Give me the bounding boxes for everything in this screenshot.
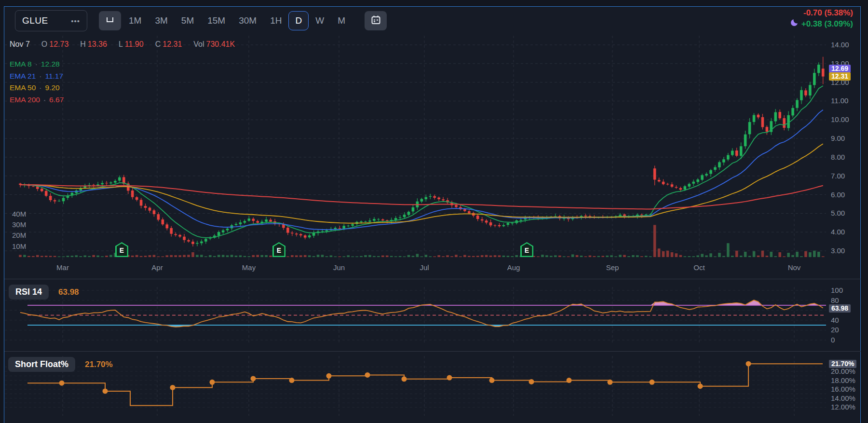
- price-tick-label: 14.00: [831, 41, 849, 49]
- open-value: 12.73: [49, 40, 68, 49]
- interval-button-5m[interactable]: 5M: [175, 11, 201, 30]
- calendar-button[interactable]: [365, 11, 387, 30]
- interval-button-30m[interactable]: 30M: [232, 11, 263, 30]
- indicator-legend: EMA 8·12.28EMA 21·11.17EMA 50·9.20EMA 20…: [10, 58, 64, 106]
- volume-tick-label: 10M: [12, 242, 26, 250]
- price-tick-label: 10.00: [831, 115, 849, 123]
- high-value: 13.36: [88, 40, 107, 49]
- indicator-row[interactable]: EMA 21·11.17: [10, 70, 64, 82]
- volume-tick-label: 30M: [12, 220, 26, 229]
- afterhours-change: +0.38 (3.09%): [801, 19, 853, 29]
- svg-text:Nov: Nov: [788, 263, 801, 272]
- moon-icon: [790, 18, 799, 29]
- rsi-tick-label: 0: [831, 336, 835, 344]
- chart-style-button[interactable]: [99, 11, 121, 30]
- volume-tick-label: 40M: [12, 210, 26, 218]
- low-value: 11.90: [125, 40, 144, 49]
- indicator-label: EMA 50: [10, 83, 36, 92]
- symbol-menu-icon[interactable]: •••: [71, 17, 80, 25]
- indicator-separator: ·: [39, 83, 41, 92]
- rsi-tick-label: 40: [831, 316, 839, 324]
- svg-text:Sep: Sep: [606, 263, 619, 272]
- short-float-tick-label: 12.00%: [831, 403, 855, 411]
- price-tick-label: 7.00: [831, 172, 845, 180]
- short-float-tick-label: 16.00%: [831, 385, 855, 393]
- interval-button-1h[interactable]: 1H: [263, 11, 288, 30]
- svg-text:May: May: [242, 263, 256, 272]
- quote-date: Nov 7: [10, 40, 30, 49]
- rsi-tick-label: 80: [831, 296, 839, 304]
- charts-canvas: MarAprMayJunJulAugSepOctNov: [0, 0, 868, 423]
- price-tick-label: 11.00: [831, 96, 848, 105]
- short-float-header: Short Float% 21.70%: [8, 357, 113, 372]
- rsi-title-chip[interactable]: RSI 14: [9, 285, 49, 300]
- interval-button-m[interactable]: M: [331, 11, 352, 30]
- interval-button-3m[interactable]: 3M: [148, 11, 174, 30]
- svg-text:Oct: Oct: [693, 263, 705, 272]
- price-tick-label: 9.00: [831, 134, 845, 142]
- volume-label: Vol: [193, 40, 204, 49]
- rsi-tick-label: 20: [831, 326, 839, 334]
- svg-text:Mar: Mar: [56, 263, 69, 272]
- indicator-value: 11.17: [45, 72, 63, 81]
- short-float-tick-label: 18.00%: [831, 376, 855, 384]
- indicator-label: EMA 21: [10, 72, 36, 81]
- panel-separator[interactable]: [4, 279, 861, 279]
- regular-session-change: -0.70 (5.38%): [790, 8, 853, 18]
- interval-button-15m[interactable]: 15M: [201, 11, 232, 30]
- indicator-value: 9.20: [45, 83, 59, 92]
- indicator-value: 6.67: [49, 96, 64, 104]
- calendar-icon: [371, 15, 381, 27]
- volume-value: 730.41K: [206, 40, 235, 49]
- short-float-tick-label: 14.00%: [831, 394, 855, 402]
- short-float-axis-tag: 21.70%: [829, 360, 856, 368]
- rsi-value: 63.98: [58, 287, 79, 297]
- interval-selector: 1M3M5M15M30M1HDWM: [122, 11, 352, 30]
- earnings-badge-letter: E: [277, 246, 281, 254]
- svg-text:Aug: Aug: [507, 263, 520, 272]
- indicator-separator: ·: [35, 60, 38, 68]
- price-change-block: -0.70 (5.38%) +0.38 (3.09%): [790, 8, 853, 29]
- svg-text:Jul: Jul: [420, 263, 429, 272]
- price-tick-label: 3.00: [831, 246, 845, 255]
- indicator-row[interactable]: EMA 8·12.28: [10, 58, 64, 70]
- close-value: 12.31: [163, 40, 182, 49]
- close-label: C: [155, 40, 161, 49]
- afterhours-change-row: +0.38 (3.09%): [790, 18, 853, 29]
- short-float-tick-label: 20.00%: [831, 367, 855, 375]
- candle-interval-icon: [105, 16, 115, 26]
- price-tick-label: 4.00: [831, 228, 845, 236]
- price-tick-label: 6.00: [831, 191, 845, 199]
- toolbar: GLUE ••• 1M3M5M15M30M1HDWM -0.70 (5.38%): [4, 7, 861, 35]
- earnings-badge-letter: E: [120, 246, 124, 254]
- interval-button-w[interactable]: W: [309, 11, 331, 30]
- short-float-title-chip[interactable]: Short Float%: [8, 357, 75, 372]
- high-label: H: [80, 40, 86, 49]
- indicator-row[interactable]: EMA 50·9.20: [10, 82, 64, 94]
- indicator-label: EMA 8: [10, 60, 32, 68]
- svg-text:Apr: Apr: [151, 263, 163, 272]
- rsi-axis-tag: 63.98: [829, 304, 851, 313]
- indicator-separator: ·: [39, 72, 41, 81]
- short-float-value: 21.70%: [85, 360, 113, 369]
- quote-bar: Nov 7 O12.73 H13.36 L11.90 C12.31 Vol730…: [10, 40, 235, 49]
- interval-button-d[interactable]: D: [288, 11, 309, 30]
- volume-tick-label: 20M: [12, 231, 26, 239]
- indicator-value: 12.28: [41, 60, 60, 68]
- price-axis-tag: 12.69: [829, 65, 851, 73]
- price-tick-label: 8.00: [831, 153, 845, 161]
- low-label: L: [119, 40, 123, 49]
- price-tick-label: 5.00: [831, 209, 845, 217]
- symbol-search-box[interactable]: GLUE •••: [15, 10, 87, 31]
- symbol-ticker: GLUE: [22, 15, 48, 26]
- indicator-label: EMA 200: [10, 96, 40, 104]
- indicator-row[interactable]: EMA 200·6.67: [10, 94, 64, 106]
- earnings-badge-letter: E: [525, 246, 529, 254]
- rsi-header: RSI 14 63.98: [9, 285, 79, 300]
- indicator-separator: ·: [43, 96, 46, 104]
- rsi-tick-label: 100: [831, 286, 843, 294]
- svg-text:Jun: Jun: [333, 263, 345, 272]
- open-label: O: [41, 40, 47, 49]
- interval-button-1m[interactable]: 1M: [122, 11, 148, 30]
- panel-separator[interactable]: [4, 351, 861, 352]
